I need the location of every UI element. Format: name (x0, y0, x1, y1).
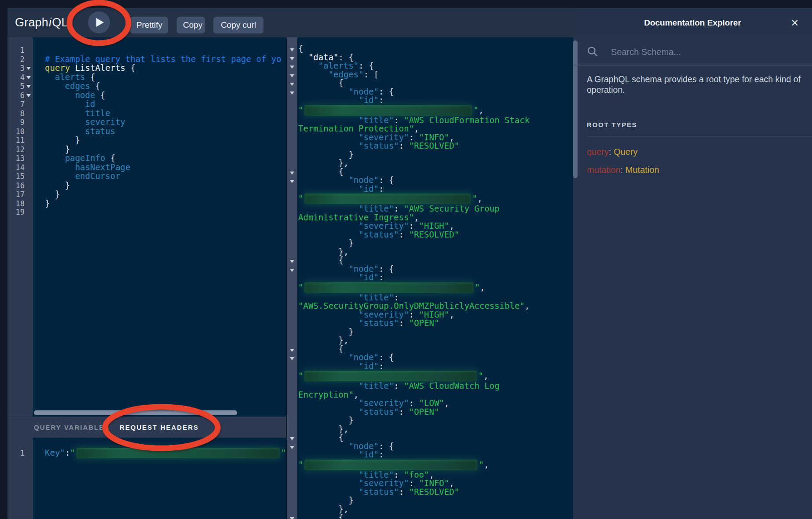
gutter-cell: 8 (7, 110, 32, 118)
fold-arrow-icon[interactable] (26, 67, 31, 70)
code-line: { (287, 513, 573, 519)
query-code: 12# Example query that lists the first p… (7, 37, 286, 217)
horizontal-scrollbar[interactable] (34, 410, 237, 415)
gutter-cell (287, 127, 297, 132)
gutter-cell (287, 508, 297, 512)
fold-arrow-icon[interactable] (26, 76, 31, 79)
fold-arrow-icon[interactable] (290, 91, 294, 95)
tab-request-headers[interactable]: REQUEST HEADERS (120, 417, 199, 438)
gutter-cell (287, 348, 297, 352)
gutter-cell (287, 179, 297, 184)
execute-query-button[interactable] (88, 11, 110, 33)
line-number: 8 (10, 110, 25, 118)
line-number: 14 (10, 164, 25, 172)
fold-arrow-icon[interactable] (290, 437, 294, 440)
code-line: "", (287, 193, 573, 205)
code-line: "", (287, 282, 573, 293)
gutter-cell: 6 (7, 91, 32, 100)
gutter-cell (287, 304, 297, 309)
gutter-cell: 15 (7, 172, 32, 181)
code-line: 11 } (7, 136, 286, 145)
code-line: 2# Example query that lists the first pa… (7, 55, 286, 64)
root-type-query[interactable]: query: Query (587, 147, 638, 157)
response-json: { "data": { "alerts": { "edges": [ { "no… (287, 37, 573, 519)
fold-arrow-icon[interactable] (290, 446, 294, 449)
gutter-cell (287, 119, 297, 123)
fold-arrow-icon[interactable] (290, 66, 294, 69)
gutter-cell (287, 313, 297, 318)
code-line: 6 node { (7, 91, 286, 100)
gutter-cell: 13 (7, 154, 32, 163)
copy-button[interactable]: Copy (177, 17, 205, 33)
line-number: 19 (10, 208, 25, 217)
gutter-cell (287, 473, 297, 478)
request-headers-editor[interactable]: 1Key":""} (7, 438, 286, 519)
gutter-cell (287, 99, 297, 103)
search-schema-input[interactable] (610, 43, 801, 61)
line-number: 11 (10, 136, 25, 145)
gutter-cell (287, 428, 297, 432)
fold-arrow-icon[interactable] (290, 517, 294, 519)
doc-explorer-title: Documentation Explorer (573, 8, 812, 37)
gutter-cell (287, 402, 297, 406)
code-line: 12 } (7, 145, 286, 154)
fold-arrow-icon[interactable] (26, 94, 31, 97)
gutter-cell (287, 445, 297, 450)
fold-arrow-icon[interactable] (290, 180, 294, 183)
variables-tabbar: QUERY VARIABLES REQUEST HEADERS (7, 417, 286, 438)
line-number: 4 (10, 73, 25, 82)
gutter-cell: 4 (7, 73, 32, 82)
fold-arrow-icon[interactable] (290, 260, 294, 263)
line-number: 15 (10, 172, 25, 181)
gutter-cell (287, 410, 297, 415)
line-number: 16 (10, 182, 25, 190)
line-number: 2 (10, 55, 25, 64)
fold-arrow-icon[interactable] (26, 85, 31, 88)
gutter-cell (287, 216, 297, 220)
code-line: "", (287, 370, 573, 382)
code-line: 13 pageInfo { (7, 154, 286, 163)
fold-arrow-icon[interactable] (290, 48, 294, 51)
fold-arrow-icon[interactable] (290, 74, 294, 77)
code-line: "id": (287, 96, 573, 105)
line-number: 17 (10, 190, 25, 199)
fold-arrow-icon[interactable] (290, 83, 294, 86)
gutter-cell (287, 161, 297, 166)
headers-code: 1Key":""} (7, 438, 286, 459)
code-line: "id": (287, 450, 573, 459)
gutter-cell (287, 296, 297, 300)
gutter-cell (287, 330, 297, 335)
gutter-cell (287, 453, 297, 457)
gutter-cell (287, 357, 297, 361)
gutter-cell: 2 (7, 55, 32, 64)
doc-explorer-panel: A GraphQL schema provides a root type fo… (573, 37, 812, 519)
fold-arrow-icon[interactable] (290, 349, 294, 352)
redacted-id-bar (304, 105, 472, 116)
line-number: 13 (10, 154, 25, 163)
gutter-cell: 5 (7, 82, 32, 91)
gutter-cell (287, 82, 297, 87)
gutter-cell (287, 490, 297, 495)
gutter-cell (287, 268, 297, 272)
query-editor-pane[interactable]: 12# Example query that lists the first p… (7, 37, 286, 417)
code-line: "", (287, 459, 573, 471)
root-type-mutation[interactable]: mutation: Mutation (587, 165, 659, 175)
gutter-cell (287, 463, 297, 467)
code-line: 7 id (7, 100, 286, 109)
code-line: 17 } (7, 190, 286, 199)
gutter-cell (287, 65, 297, 69)
close-icon[interactable]: ✕ (787, 15, 802, 30)
fold-arrow-icon[interactable] (290, 269, 294, 272)
tab-query-variables[interactable]: QUERY VARIABLES (34, 417, 110, 438)
code-line: "id": (287, 273, 573, 282)
line-number: 3 (10, 64, 25, 73)
fold-arrow-icon[interactable] (290, 57, 294, 60)
fold-arrow-icon[interactable] (290, 357, 294, 360)
gutter-cell: 19 (7, 208, 32, 217)
prettify-button[interactable]: Prettify (130, 17, 168, 33)
fold-arrow-icon[interactable] (290, 172, 294, 175)
copy-curl-button[interactable]: Copy curl (213, 17, 263, 33)
code-line: 16 } (7, 181, 286, 190)
redacted-id-bar (304, 194, 471, 204)
gutter-cell: 16 (7, 182, 32, 190)
